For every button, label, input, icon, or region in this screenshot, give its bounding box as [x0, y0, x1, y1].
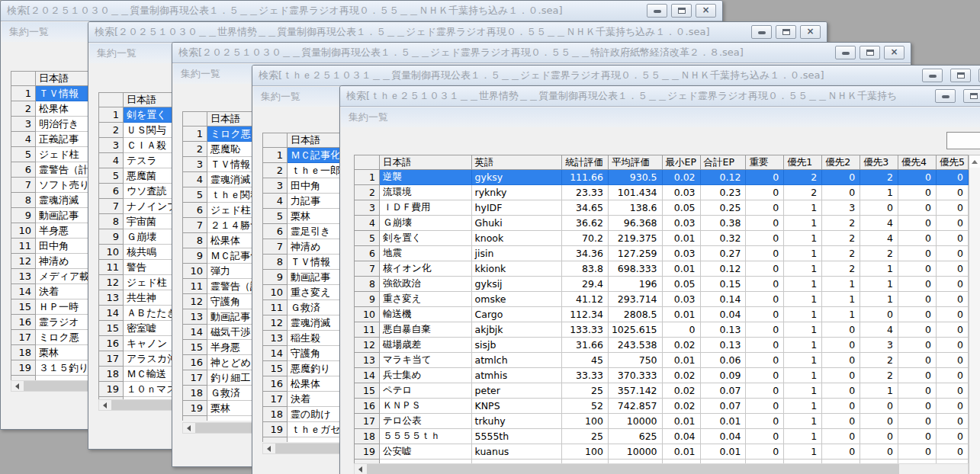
row-number-cell[interactable]: 2 [355, 185, 380, 200]
cell[interactable]: 1 [822, 277, 860, 292]
cell[interactable]: 0.05 [662, 277, 700, 292]
cell[interactable]: 0 [898, 292, 937, 307]
cell[interactable]: 0 [898, 368, 937, 383]
row-number-cell[interactable]: 17 [355, 414, 380, 429]
table-row[interactable]: 13マラキ当てatmlch457500.010.06010200 [355, 353, 969, 368]
scroll-up-icon[interactable] [969, 155, 980, 168]
row-number-cell[interactable]: 9 [183, 248, 207, 264]
cell[interactable]: Ｇ崩壊 [379, 216, 471, 231]
row-number-cell[interactable]: 6 [183, 203, 207, 218]
table-row[interactable]: 12磁場歳差sisjb31.66243.5380.020.13010300 [355, 338, 969, 353]
row-number-cell[interactable]: 11 [183, 279, 207, 294]
cell[interactable]: 1 [784, 383, 822, 399]
cell[interactable]: 0 [937, 216, 969, 231]
row-number-cell[interactable]: 1 [183, 127, 207, 142]
maximize-button[interactable] [776, 25, 796, 39]
cell[interactable]: 1 [784, 246, 822, 261]
cell[interactable]: 83.8 [561, 261, 608, 277]
cell[interactable]: 0.07 [700, 383, 746, 399]
cell[interactable]: 0 [898, 338, 937, 353]
cell[interactable]: 0.07 [700, 399, 746, 414]
cell[interactable]: 1 [784, 444, 822, 460]
cell[interactable]: 0 [746, 185, 784, 200]
cell[interactable]: 29.4 [561, 277, 608, 292]
column-header[interactable]: 優先5 [937, 155, 969, 170]
cell[interactable]: peter [471, 383, 561, 399]
cell[interactable]: 0.06 [700, 353, 746, 368]
cell[interactable]: 0 [746, 277, 784, 292]
cell[interactable]: 2 [860, 246, 898, 261]
close-button[interactable]: × [800, 25, 821, 39]
row-number-cell[interactable]: 4 [355, 216, 380, 231]
row-number-cell[interactable]: 12 [183, 294, 207, 309]
cell[interactable]: 5555th [471, 429, 561, 444]
cell[interactable]: omske [471, 292, 561, 307]
cell[interactable]: 0.12 [700, 261, 746, 277]
cell[interactable]: 625 [608, 429, 662, 444]
cell[interactable]: 0 [937, 414, 969, 429]
cell[interactable]: 1 [784, 277, 822, 292]
row-number-cell[interactable]: 2 [263, 163, 288, 178]
row-number-cell[interactable]: 10 [183, 264, 207, 279]
row-number-cell[interactable]: 9 [263, 270, 288, 285]
cell[interactable]: 0.03 [662, 246, 700, 261]
row-number-cell[interactable]: 1 [355, 170, 380, 185]
row-number-cell[interactable]: 18 [355, 429, 380, 444]
row-number-cell[interactable]: 8 [263, 255, 288, 270]
cell[interactable]: 0.03 [662, 292, 700, 307]
cell[interactable]: 4 [860, 216, 898, 231]
cell[interactable]: 0 [860, 200, 898, 216]
cell[interactable]: 0.23 [700, 185, 746, 200]
scroll-left-icon[interactable] [11, 381, 24, 391]
cell[interactable]: akjbjk [471, 322, 561, 338]
cell[interactable]: 0 [822, 185, 860, 200]
cell[interactable]: 10000 [608, 414, 662, 429]
row-number-cell[interactable]: 3 [11, 117, 36, 132]
cell[interactable]: 3 [860, 338, 898, 353]
cell[interactable]: 0 [746, 170, 784, 185]
cell[interactable]: 0 [937, 185, 969, 200]
cell[interactable]: テロ公表 [379, 414, 471, 429]
cell[interactable]: 0 [937, 368, 969, 383]
cell[interactable]: 0.03 [662, 185, 700, 200]
cell[interactable]: 0 [746, 414, 784, 429]
cell[interactable]: hyIDF [471, 200, 561, 216]
cell[interactable]: trkuhy [471, 414, 561, 429]
cell[interactable]: 70.2 [561, 231, 608, 246]
cell[interactable]: gyksij [471, 277, 561, 292]
cell[interactable]: 0 [746, 444, 784, 460]
row-number-cell[interactable]: 3 [355, 200, 380, 216]
cell[interactable]: 101.434 [608, 185, 662, 200]
cell[interactable]: 0 [746, 353, 784, 368]
cell[interactable]: 0 [937, 444, 969, 460]
cell[interactable]: atmlch [471, 353, 561, 368]
cell[interactable]: 1 [860, 277, 898, 292]
close-button[interactable]: × [696, 4, 716, 18]
cell[interactable]: 1 [784, 353, 822, 368]
column-header[interactable]: 平均評価 [608, 155, 662, 170]
cell[interactable]: 0.01 [662, 307, 700, 322]
cell[interactable]: 0 [898, 414, 937, 429]
cell[interactable]: 0 [746, 307, 784, 322]
cell[interactable]: 1025.615 [608, 322, 662, 338]
row-number-cell[interactable]: 5 [183, 187, 207, 203]
cell[interactable]: 0.01 [662, 261, 700, 277]
cell[interactable]: 2 [784, 185, 822, 200]
column-header[interactable]: 優先1 [784, 155, 822, 170]
table-row[interactable]: 19公安嘘kuanus100100000.010.01010000 [355, 444, 969, 460]
cell[interactable]: 0.01 [662, 353, 700, 368]
cell[interactable]: 0.04 [662, 429, 700, 444]
row-number-cell[interactable]: 1 [263, 148, 288, 163]
cell[interactable]: 逆襲 [379, 170, 471, 185]
cell[interactable]: 34.36 [561, 246, 608, 261]
table-row[interactable]: 1逆襲gyksy111.66930.50.020.12020200 [355, 170, 969, 185]
cell[interactable]: 0 [898, 307, 937, 322]
row-number-cell[interactable]: 1 [99, 107, 124, 123]
row-number-cell[interactable]: 18 [11, 345, 36, 360]
row-number-cell[interactable]: 8 [355, 277, 380, 292]
row-number-cell[interactable]: 18 [99, 367, 124, 382]
row-number-cell[interactable]: 15 [11, 299, 36, 315]
cell[interactable]: 0.09 [700, 368, 746, 383]
table-row[interactable]: 9重さ変えomske41.12293.7140.030.14011100 [355, 292, 969, 307]
row-number-cell[interactable]: 4 [99, 153, 124, 168]
